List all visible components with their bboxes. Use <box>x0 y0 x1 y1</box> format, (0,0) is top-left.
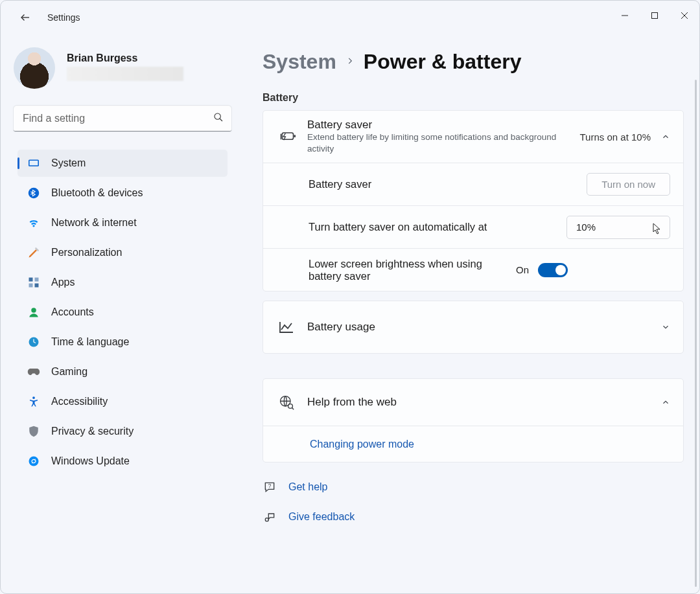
account-subtitle <box>67 67 183 81</box>
main-content: System Power & battery Battery Battery s… <box>240 34 699 593</box>
battery-saver-icon <box>279 130 307 143</box>
sidebar-item-personalization[interactable]: Personalization <box>18 239 228 266</box>
help-header[interactable]: Help from the web <box>263 379 683 426</box>
title-bar: Settings <box>1 1 699 34</box>
sidebar-item-windows-update[interactable]: Windows Update <box>18 448 228 475</box>
give-feedback-link[interactable]: Give feedback <box>288 511 355 523</box>
feedback-icon <box>262 510 277 523</box>
nav-list: System Bluetooth & devices Network & int… <box>11 147 231 477</box>
account-name: Brian Burgess <box>67 47 183 64</box>
sidebar-item-accessibility[interactable]: Accessibility <box>18 388 228 415</box>
clock-globe-icon <box>27 336 41 348</box>
system-icon <box>27 158 41 168</box>
sidebar: Brian Burgess System <box>1 34 240 593</box>
svg-point-17 <box>29 457 39 466</box>
sidebar-item-apps[interactable]: Apps <box>18 269 228 296</box>
sidebar-item-label: System <box>51 158 86 168</box>
brightness-label: Lower screen brightness when using batte… <box>309 258 516 282</box>
svg-point-5 <box>215 113 220 119</box>
help-icon: ? <box>262 481 277 494</box>
sidebar-item-bluetooth[interactable]: Bluetooth & devices <box>18 179 228 207</box>
battery-saver-row-label: Battery saver <box>309 178 587 190</box>
scrollbar[interactable] <box>695 80 697 587</box>
svg-point-16 <box>32 396 35 399</box>
help-link-row: Changing power mode <box>263 426 683 462</box>
svg-text:?: ? <box>268 483 272 489</box>
cursor-arrow-icon <box>653 223 662 236</box>
battery-saver-row-auto: Turn battery saver on automatically at 1… <box>263 205 683 248</box>
sidebar-item-network[interactable]: Network & internet <box>18 209 228 236</box>
chevron-up-icon <box>661 398 670 407</box>
window-maximize-button[interactable] <box>640 1 670 30</box>
sidebar-item-label: Time & language <box>51 337 129 347</box>
app-title: Settings <box>47 12 80 23</box>
sidebar-item-label: Privacy & security <box>51 426 134 437</box>
sidebar-item-accounts[interactable]: Accounts <box>18 299 228 326</box>
breadcrumb-parent[interactable]: System <box>262 50 336 74</box>
back-button[interactable] <box>12 5 38 30</box>
window-close-button[interactable] <box>670 1 699 30</box>
svg-rect-10 <box>29 278 33 282</box>
chart-icon <box>279 321 307 334</box>
sidebar-item-label: Bluetooth & devices <box>51 188 143 198</box>
sidebar-item-label: Gaming <box>51 367 88 377</box>
sidebar-item-system[interactable]: System <box>18 150 228 177</box>
sidebar-item-label: Accounts <box>51 307 94 317</box>
auto-threshold-value: 10% <box>576 222 660 233</box>
battery-usage-card[interactable]: Battery usage <box>262 301 684 354</box>
globe-search-icon <box>279 394 307 410</box>
turn-on-now-button[interactable]: Turn on now <box>587 173 670 196</box>
battery-saver-subtitle: Extend battery life by limiting some not… <box>307 131 573 155</box>
svg-rect-1 <box>652 13 658 19</box>
battery-saver-card: Battery saver Extend battery life by lim… <box>262 110 684 291</box>
battery-saver-header[interactable]: Battery saver Extend battery life by lim… <box>263 111 683 163</box>
sidebar-item-label: Apps <box>51 277 75 288</box>
auto-threshold-label: Turn battery saver on automatically at <box>309 221 566 233</box>
account-header[interactable]: Brian Burgess <box>14 47 231 89</box>
battery-usage-title: Battery usage <box>307 321 655 334</box>
svg-rect-8 <box>30 161 38 165</box>
help-from-web-card: Help from the web Changing power mode <box>262 378 684 463</box>
svg-point-14 <box>31 308 36 313</box>
sidebar-item-label: Personalization <box>51 247 122 258</box>
chevron-down-icon <box>661 323 670 332</box>
auto-threshold-select[interactable]: 10% <box>566 216 670 239</box>
get-help-link[interactable]: Get help <box>288 481 327 493</box>
help-title: Help from the web <box>307 396 655 409</box>
svg-rect-13 <box>35 284 39 288</box>
battery-saver-row-manual: Battery saver Turn on now <box>263 163 683 205</box>
gamepad-icon <box>27 367 41 376</box>
page-title: Power & battery <box>364 50 522 74</box>
sidebar-item-privacy[interactable]: Privacy & security <box>18 418 228 445</box>
paintbrush-icon <box>27 246 41 259</box>
battery-saver-row-brightness: Lower screen brightness when using batte… <box>263 248 683 291</box>
svg-line-22 <box>292 408 294 410</box>
settings-window: Settings Brian Burgess <box>0 0 700 594</box>
accessibility-icon <box>27 396 41 407</box>
sidebar-item-time[interactable]: Time & language <box>18 328 228 356</box>
window-minimize-button[interactable] <box>610 1 640 30</box>
sidebar-item-label: Windows Update <box>51 456 130 466</box>
search-input[interactable] <box>14 113 205 124</box>
wifi-icon <box>27 218 41 228</box>
sidebar-item-label: Network & internet <box>51 218 137 228</box>
window-controls <box>610 1 699 30</box>
give-feedback-row[interactable]: Give feedback <box>262 505 684 529</box>
person-icon <box>27 306 41 318</box>
breadcrumb: System Power & battery <box>262 50 684 74</box>
sidebar-item-label: Accessibility <box>51 396 108 407</box>
chevron-up-icon <box>661 132 670 141</box>
sidebar-item-gaming[interactable]: Gaming <box>18 358 228 385</box>
svg-line-6 <box>220 119 222 121</box>
avatar <box>14 47 55 89</box>
shield-icon <box>27 425 41 438</box>
get-help-row[interactable]: ? Get help <box>262 475 684 499</box>
svg-point-21 <box>288 404 293 409</box>
brightness-toggle-state: On <box>516 264 529 275</box>
svg-rect-11 <box>35 278 39 282</box>
brightness-toggle[interactable] <box>538 263 568 277</box>
battery-saver-status: Turns on at 10% <box>579 131 651 143</box>
changing-power-mode-link[interactable]: Changing power mode <box>310 439 414 450</box>
search-box[interactable] <box>14 106 231 131</box>
section-heading-battery: Battery <box>262 92 684 104</box>
